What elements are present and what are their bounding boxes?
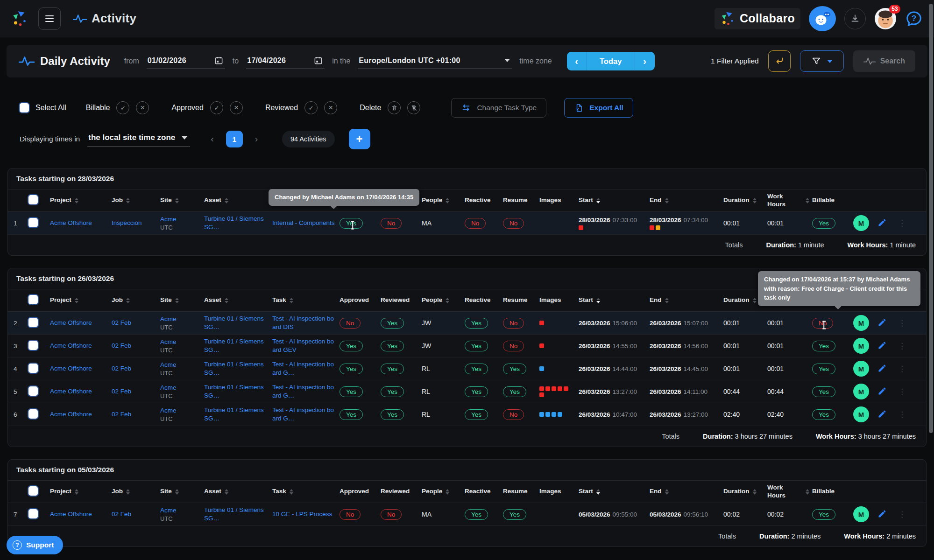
column-header-end[interactable]: End [650, 485, 723, 498]
reviewed-pill[interactable]: Yes [381, 318, 404, 329]
resume-pill[interactable]: Yes [503, 386, 526, 397]
sort-icon[interactable] [753, 489, 757, 495]
column-header-work_hours[interactable]: Work Hours [767, 481, 812, 502]
column-header-people[interactable]: People [422, 485, 465, 498]
site-link[interactable]: Acme [160, 361, 177, 369]
reactive-pill[interactable]: No [465, 218, 486, 229]
asset-link[interactable]: Turbine 01 / Siemens SG… [204, 506, 269, 522]
sort-icon[interactable] [225, 489, 228, 495]
job-link[interactable]: Inspección [112, 219, 142, 227]
row-checkbox[interactable] [28, 218, 38, 227]
download-button[interactable] [844, 8, 866, 29]
task-link[interactable]: 10 GE - LPS Process [272, 510, 332, 518]
project-link[interactable]: Acme Offshore [50, 364, 92, 373]
filter-button[interactable] [800, 50, 844, 72]
column-header-duration[interactable]: Duration [723, 485, 767, 498]
job-link[interactable]: 02 Feb [112, 510, 131, 518]
column-header-project[interactable]: Project [50, 194, 112, 207]
column-header-task[interactable]: Task [272, 294, 340, 307]
billable-yes-button[interactable]: ✓ [116, 101, 129, 114]
sort-icon[interactable] [753, 298, 757, 303]
reactive-pill[interactable]: Yes [465, 386, 488, 397]
column-header-asset[interactable]: Asset [204, 194, 272, 207]
search-button[interactable]: Search [853, 50, 915, 72]
billable-pill[interactable]: Yes [812, 386, 835, 397]
column-header-project[interactable]: Project [50, 485, 112, 498]
assignee-avatar[interactable]: M [853, 384, 869, 399]
row-menu-button[interactable]: ⋮ [898, 410, 906, 419]
project-link[interactable]: Acme Offshore [50, 387, 92, 396]
asset-link[interactable]: Turbine 01 / Siemens SG… [204, 406, 269, 422]
column-header-job[interactable]: Job [112, 485, 160, 498]
sort-icon[interactable] [806, 198, 809, 203]
reviewed-pill[interactable]: Yes [381, 409, 404, 420]
row-checkbox[interactable] [28, 509, 38, 518]
project-link[interactable]: Acme Offshore [50, 410, 92, 419]
task-link[interactable]: Test - AI inspection board G… [272, 406, 337, 422]
billable-pill[interactable]: Yes [812, 364, 835, 374]
assignee-avatar[interactable]: M [853, 338, 869, 354]
select-all-checkbox[interactable] [20, 103, 29, 112]
sort-icon[interactable] [596, 489, 600, 495]
section-select-all-checkbox[interactable] [28, 295, 38, 304]
assistant-button[interactable] [809, 6, 836, 31]
row-menu-button[interactable]: ⋮ [898, 342, 906, 350]
reviewed-no-button[interactable]: × [324, 101, 337, 114]
sort-icon[interactable] [446, 198, 449, 203]
section-select-all-checkbox[interactable] [28, 486, 38, 496]
time-display-mode-select[interactable]: the local site time zone [87, 131, 190, 147]
edit-button[interactable] [877, 341, 887, 350]
scrollbar-thumb[interactable] [929, 4, 933, 433]
task-link[interactable]: Test - AI inspection board G… [272, 360, 337, 377]
reviewed-pill[interactable]: Yes [381, 364, 404, 374]
column-header-asset[interactable]: Asset [204, 485, 272, 498]
assignee-avatar[interactable]: M [853, 506, 869, 522]
billable-pill[interactable]: No [812, 318, 833, 329]
previous-page-button[interactable]: ‹ [206, 134, 218, 144]
assignee-avatar[interactable]: M [853, 315, 869, 331]
task-link[interactable]: Internal - Components [272, 219, 335, 227]
reactive-pill[interactable]: Yes [465, 318, 488, 329]
asset-link[interactable]: Turbine 01 / Siemens SG… [204, 360, 269, 377]
site-link[interactable]: Acme [160, 384, 177, 392]
column-header-project[interactable]: Project [50, 294, 112, 307]
help-button[interactable]: ? [905, 10, 923, 28]
calendar-icon[interactable] [214, 56, 223, 65]
billable-pill[interactable]: Yes [812, 409, 835, 420]
reset-filters-button[interactable] [768, 50, 791, 72]
sort-icon[interactable] [665, 489, 669, 495]
add-activity-button[interactable]: + [349, 129, 370, 149]
assignee-avatar[interactable]: M [853, 215, 869, 231]
sort-icon[interactable] [175, 198, 179, 203]
task-link[interactable]: Test - AI inspection board DIS [272, 315, 337, 331]
column-header-asset[interactable]: Asset [204, 294, 272, 307]
column-header-end[interactable]: End [650, 294, 723, 307]
billable-pill[interactable]: Yes [812, 218, 835, 229]
edit-button[interactable] [877, 318, 887, 327]
assignee-avatar[interactable]: M [853, 361, 869, 377]
approved-pill[interactable]: Yes [340, 409, 363, 420]
to-date-field[interactable]: 17/04/2026 [246, 53, 325, 69]
user-avatar[interactable]: 53 [874, 7, 897, 30]
from-date-field[interactable]: 01/02/2026 [147, 53, 225, 69]
sort-icon[interactable] [446, 489, 449, 495]
column-header-duration[interactable]: Duration [723, 194, 767, 207]
site-link[interactable]: Acme [160, 315, 177, 323]
row-checkbox[interactable] [28, 318, 38, 327]
asset-link[interactable]: Turbine 01 / Siemens SG… [204, 337, 269, 354]
row-checkbox[interactable] [28, 409, 38, 419]
row-menu-button[interactable]: ⋮ [898, 319, 906, 328]
column-header-start[interactable]: Start [579, 194, 650, 207]
next-page-button[interactable]: › [250, 134, 262, 144]
sort-icon[interactable] [126, 298, 130, 303]
column-header-start[interactable]: Start [579, 485, 650, 498]
row-menu-button[interactable]: ⋮ [898, 364, 906, 373]
task-link[interactable]: Test - AI inspection board G… [272, 383, 337, 399]
resume-pill[interactable]: No [503, 318, 524, 329]
column-header-task[interactable]: Task [272, 485, 340, 498]
project-link[interactable]: Acme Offshore [50, 342, 92, 350]
asset-link[interactable]: Turbine 01 / Siemens SG… [204, 383, 269, 399]
column-header-job[interactable]: Job [112, 294, 160, 307]
resume-pill[interactable]: No [503, 218, 524, 229]
menu-button[interactable] [38, 7, 61, 30]
